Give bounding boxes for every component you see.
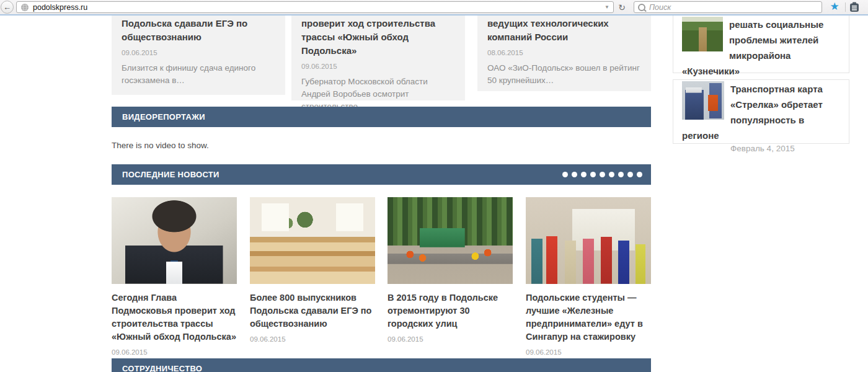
news-card: Сегодня Глава Подмосковья проверит ход с… xyxy=(112,197,237,356)
reload-button[interactable]: ↻ xyxy=(616,1,627,13)
news-card: Подольские студенты — лучшие «Железные п… xyxy=(526,197,651,356)
pagination-dot[interactable] xyxy=(627,172,633,177)
article-excerpt: Близится к финишу сдача единого госэкзам… xyxy=(122,62,275,87)
carousel-pagination-dots[interactable] xyxy=(562,172,642,177)
pagination-dot[interactable] xyxy=(600,172,605,177)
article-title-link[interactable]: Подольска сдавали ЕГЭ по обществознанию xyxy=(122,17,275,44)
top-article-card: проверит ход строительства трассы «Южный… xyxy=(291,16,465,100)
news-image-classroom-exam[interactable] xyxy=(250,197,375,284)
news-title-link[interactable]: Сегодня Глава Подмосковья проверит ход с… xyxy=(112,291,237,343)
news-image-governor-portrait[interactable] xyxy=(112,197,237,284)
article-date: 08.06.2015 xyxy=(487,49,641,56)
news-date: 09.06.2015 xyxy=(388,335,513,343)
back-button[interactable]: ← xyxy=(1,1,14,14)
clipboard-icon xyxy=(849,2,859,12)
url-dropdown-icon[interactable]: ▼ xyxy=(604,4,609,10)
latest-news-section-header: ПОСЛЕДНИЕ НОВОСТИ xyxy=(112,164,651,185)
star-icon: ★ xyxy=(830,1,839,12)
search-icon xyxy=(638,4,645,11)
section-title: ВИДЕОРЕПОРТАЖИ xyxy=(122,112,205,122)
news-image-students-group[interactable] xyxy=(526,197,651,284)
cooperation-section-header: СОТРУДНИЧЕСТВО xyxy=(112,358,651,372)
pagination-dot[interactable] xyxy=(609,172,614,177)
article-title-link[interactable]: проверит ход строительства трассы «Южный… xyxy=(301,17,455,58)
pagination-dot[interactable] xyxy=(562,172,568,177)
article-excerpt: ОАО «ЗиО-Подольск» вошел в рейтинг 50 кр… xyxy=(487,62,641,87)
news-title-link[interactable]: В 2015 году в Подольске отремонтируют 30… xyxy=(388,291,513,330)
browser-toolbar: ← podolskpress.ru ▼ ↻ ★ xyxy=(0,0,868,16)
sidebar-news-item[interactable]: решать социальные проблемы жителей микро… xyxy=(673,16,849,73)
sidebar-thumb-park-path[interactable] xyxy=(682,17,723,51)
section-title: СОТРУДНИЧЕСТВО xyxy=(122,364,202,372)
top-article-card: ведущих технологических компаний России … xyxy=(477,16,651,91)
bookmarks-list-button[interactable] xyxy=(849,2,859,12)
no-video-message: There is no video to show. xyxy=(112,141,209,150)
sidebar-thumb-blue-train[interactable] xyxy=(682,81,724,120)
article-title-link[interactable]: ведущих технологических компаний России xyxy=(487,17,641,44)
pagination-dot[interactable] xyxy=(637,172,642,177)
news-card: В 2015 году в Подольске отремонтируют 30… xyxy=(388,197,513,343)
news-image-road-repair[interactable] xyxy=(388,197,513,284)
news-title-link[interactable]: Подольские студенты — лучшие «Железные п… xyxy=(526,291,651,343)
video-section-header: ВИДЕОРЕПОРТАЖИ xyxy=(112,107,651,127)
news-card: Более 800 выпускников Подольска сдавали … xyxy=(250,197,375,343)
reload-icon: ↻ xyxy=(618,2,626,12)
pagination-dot[interactable] xyxy=(618,172,624,177)
globe-icon xyxy=(20,3,29,12)
news-date: 09.06.2015 xyxy=(112,348,237,356)
news-date: 09.06.2015 xyxy=(250,335,375,343)
section-title: ПОСЛЕДНИЕ НОВОСТИ xyxy=(122,170,219,179)
search-bar[interactable] xyxy=(634,1,822,13)
url-text[interactable]: podolskpress.ru xyxy=(33,3,601,12)
pagination-dot[interactable] xyxy=(590,172,596,177)
top-article-card: Подольска сдавали ЕГЭ по обществознанию … xyxy=(112,16,285,95)
news-date: 09.06.2015 xyxy=(526,348,651,356)
sidebar-news-item[interactable]: Транспортная карта «Стрелка» обретает по… xyxy=(673,79,849,144)
article-date: 09.06.2015 xyxy=(122,49,275,56)
article-date: 09.06.2015 xyxy=(301,63,455,70)
sidebar-item-date: Февраль 4, 2015 xyxy=(730,144,840,153)
back-arrow-icon: ← xyxy=(3,3,11,11)
search-input[interactable] xyxy=(649,3,818,12)
bookmark-star-button[interactable]: ★ xyxy=(828,1,841,13)
toolbar-separator xyxy=(845,2,846,12)
pagination-dot[interactable] xyxy=(572,172,577,177)
url-bar[interactable]: podolskpress.ru ▼ xyxy=(16,1,614,13)
news-title-link[interactable]: Более 800 выпускников Подольска сдавали … xyxy=(250,291,375,330)
pagination-dot[interactable] xyxy=(581,172,587,177)
